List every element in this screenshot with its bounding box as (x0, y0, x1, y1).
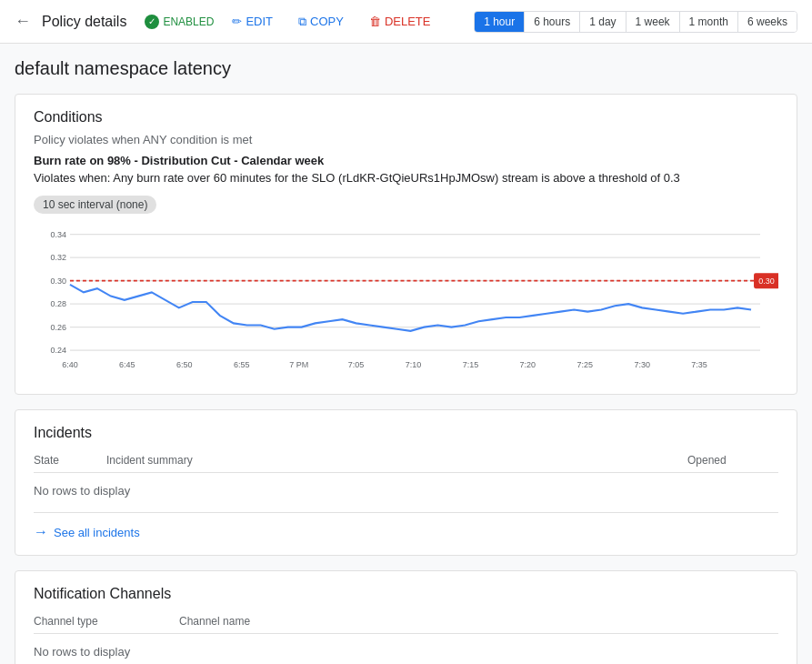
condition-description: Violates when: Any burn rate over 60 min… (34, 171, 778, 185)
edit-icon: ✏ (232, 15, 242, 28)
svg-text:7:25: 7:25 (577, 360, 593, 369)
status-label: ENABLED (163, 15, 214, 28)
svg-text:0.30: 0.30 (50, 277, 65, 286)
svg-text:6:40: 6:40 (62, 360, 77, 369)
svg-text:7 PM: 7 PM (289, 360, 308, 369)
main-content: default namespace latency Conditions Pol… (0, 44, 812, 664)
condition-name: Burn rate on 98% - Distribution Cut - Ca… (34, 154, 778, 167)
svg-text:6:45: 6:45 (119, 360, 135, 369)
svg-text:0.24: 0.24 (50, 346, 65, 355)
top-bar: ← Policy details ✓ ENABLED ✏ EDIT ⧉ COPY… (0, 0, 812, 44)
page-title: Policy details (42, 14, 126, 30)
edit-button[interactable]: ✏ EDIT (225, 11, 280, 32)
incidents-table-header: State Incident summary Opened (34, 448, 778, 473)
time-range-btn-1-week[interactable]: 1 week (627, 12, 680, 32)
delete-button[interactable]: 🗑 DELETE (362, 11, 438, 32)
time-range-btn-6-hours[interactable]: 6 hours (525, 12, 580, 32)
incidents-title: Incidents (34, 425, 778, 441)
svg-text:0.34: 0.34 (50, 230, 65, 239)
svg-text:7:20: 7:20 (520, 360, 536, 369)
incidents-col-opened: Opened (687, 454, 778, 467)
conditions-title: Conditions (34, 109, 778, 126)
interval-badge: 10 sec interval (none) (34, 196, 156, 214)
time-range-btn-6-weeks[interactable]: 6 weeks (738, 12, 797, 32)
see-all-incidents-link[interactable]: → See all incidents (34, 512, 778, 540)
notification-channels-card: Notification Channels Channel type Chann… (15, 570, 797, 664)
notif-col-channel-name: Channel name (179, 615, 778, 628)
svg-text:0.32: 0.32 (50, 253, 65, 262)
notif-no-rows: No rows to display (34, 634, 778, 664)
chart-svg: 0.34 0.32 0.30 0.28 0.26 0.24 0.30 6:40 … (34, 225, 778, 379)
conditions-subtitle: Policy violates when ANY condition is me… (34, 133, 778, 146)
svg-text:0.30: 0.30 (758, 277, 774, 286)
time-range-btn-1-month[interactable]: 1 month (680, 12, 738, 32)
svg-text:6:55: 6:55 (234, 360, 249, 369)
incidents-col-summary: Incident summary (106, 454, 687, 467)
chart-container: 0.34 0.32 0.30 0.28 0.26 0.24 0.30 6:40 … (34, 225, 778, 379)
notif-col-channel-type: Channel type (34, 615, 179, 628)
time-range-btn-1-day[interactable]: 1 day (580, 12, 626, 32)
copy-button[interactable]: ⧉ COPY (291, 11, 351, 33)
back-button[interactable]: ← (15, 12, 31, 31)
svg-text:7:10: 7:10 (406, 360, 421, 369)
status-icon: ✓ (145, 15, 159, 29)
delete-icon: 🗑 (369, 15, 381, 28)
incidents-no-rows: No rows to display (34, 473, 778, 508)
arrow-right-icon: → (34, 524, 48, 540)
incidents-col-state: State (34, 454, 106, 467)
svg-text:7:05: 7:05 (348, 360, 364, 369)
see-all-label: See all incidents (54, 526, 140, 539)
status-badge: ✓ ENABLED (145, 15, 214, 29)
chart-line (70, 285, 751, 331)
svg-text:7:35: 7:35 (691, 360, 707, 369)
svg-text:7:30: 7:30 (634, 360, 649, 369)
time-range-selector: 1 hour6 hours1 day1 week1 month6 weeks (474, 11, 797, 33)
notification-channels-title: Notification Channels (34, 586, 778, 602)
time-range-btn-1-hour[interactable]: 1 hour (475, 12, 525, 32)
svg-text:0.26: 0.26 (50, 323, 65, 332)
incidents-card: Incidents State Incident summary Opened … (15, 409, 797, 556)
conditions-card: Conditions Policy violates when ANY cond… (15, 94, 797, 395)
notif-table-header: Channel type Channel name (34, 609, 778, 634)
svg-text:6:50: 6:50 (176, 360, 192, 369)
svg-text:7:15: 7:15 (463, 360, 478, 369)
policy-name: default namespace latency (15, 58, 797, 79)
copy-icon: ⧉ (298, 15, 306, 29)
svg-text:0.28: 0.28 (50, 299, 65, 308)
